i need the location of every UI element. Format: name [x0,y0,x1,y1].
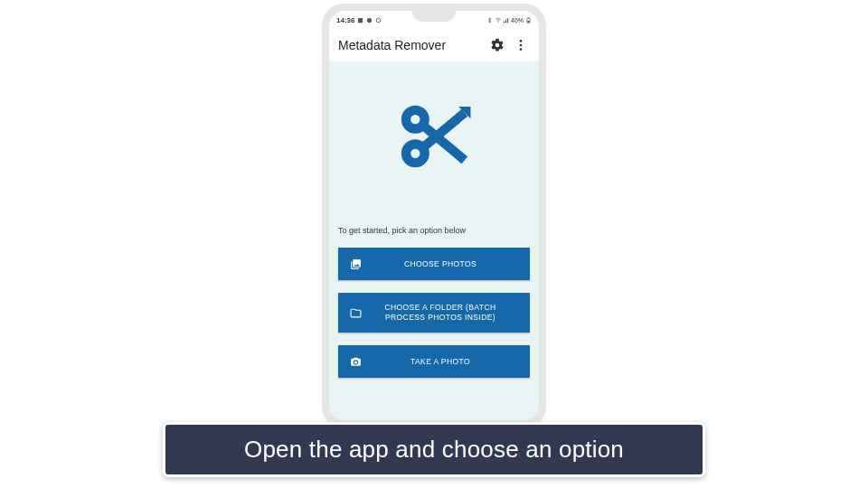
svg-rect-6 [527,20,529,22]
status-app-icon-3 [375,17,382,23]
bluetooth-icon [486,17,493,23]
svg-rect-0 [358,17,363,22]
status-app-icon-2 [366,17,373,23]
phone-notch [412,11,456,22]
more-vert-icon[interactable] [512,36,530,54]
folder-icon [349,306,362,319]
svg-point-7 [520,40,523,42]
battery-icon [525,17,532,23]
choose-photos-label: CHOOSE PHOTOS [362,259,519,269]
choose-photos-button[interactable]: CHOOSE PHOTOS [338,248,530,280]
svg-point-3 [498,22,499,23]
svg-point-1 [367,17,372,22]
wifi-icon [495,17,501,23]
hero-area [338,70,530,219]
photos-icon [349,258,362,270]
svg-point-2 [377,18,382,23]
status-left: 14:36 [336,16,382,24]
app-content: To get started, pick an option below CHO… [329,61,539,421]
app-bar: Metadata Remover [329,29,539,61]
gear-icon[interactable] [488,36,506,54]
status-battery-text: 46% [511,17,524,23]
phone-frame: 14:36 [322,4,546,428]
scissors-cut-icon [392,94,476,183]
svg-point-9 [520,48,523,51]
camera-icon [349,355,362,368]
status-time: 14:36 [336,16,354,24]
caption-text: Open the app and choose an option [244,436,624,463]
app-title: Metadata Remover [338,38,483,52]
svg-rect-5 [528,17,530,18]
choose-folder-button[interactable]: CHOOSE A FOLDER (BATCH PROCESS PHOTOS IN… [338,293,530,333]
choose-folder-label: CHOOSE A FOLDER (BATCH PROCESS PHOTOS IN… [362,303,519,322]
svg-point-8 [520,43,523,46]
phone-screen: 14:36 [329,11,539,421]
take-photo-label: TAKE A PHOTO [362,357,519,367]
status-right: 46% [486,17,532,23]
status-app-icon [357,17,363,23]
take-photo-button[interactable]: TAKE A PHOTO [338,345,530,378]
caption-banner: Open the app and choose an option [163,422,705,477]
hint-text: To get started, pick an option below [338,226,530,235]
signal-icon [503,17,509,23]
